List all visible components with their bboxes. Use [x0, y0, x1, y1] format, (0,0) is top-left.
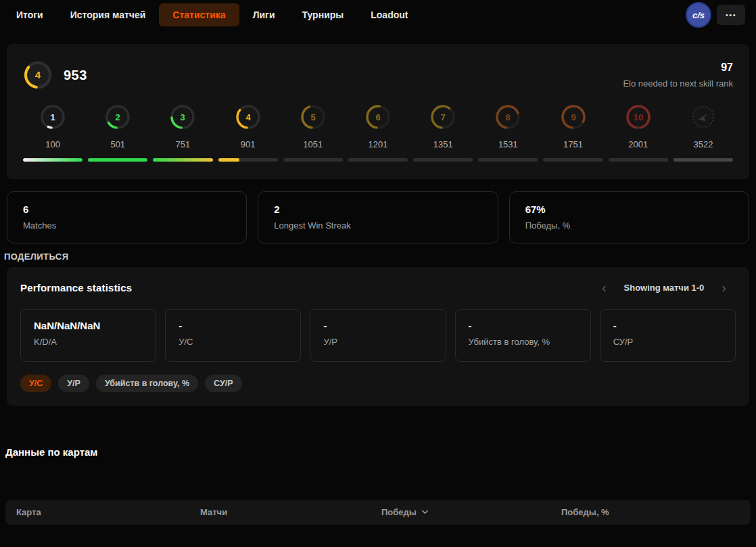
level-elo-threshold: 1531 — [498, 139, 518, 149]
level-elo-threshold: 1751 — [563, 139, 583, 149]
skill-level-2-icon: 2 — [104, 103, 131, 130]
level-elo-threshold: 2001 — [628, 139, 648, 149]
card-label: У/Р — [323, 337, 432, 347]
skill-level-col-7: 71351 — [413, 103, 473, 162]
ellipsis-icon: ••• — [726, 11, 736, 19]
skill-level-6-icon: 6 — [364, 103, 392, 130]
performance-title: Performance statistics — [20, 282, 132, 293]
stat-filter-chip-u-s[interactable]: У/С — [20, 375, 51, 392]
skill-level-4-icon: 4 — [235, 103, 262, 130]
card-value: NaN/NaN/NaN — [34, 320, 143, 331]
level-progress-track — [153, 158, 212, 162]
top-nav: ИтогиИстория матчейСтатистикаЛигиТурниры… — [0, 0, 756, 30]
performance-card-u-s: -У/С — [165, 309, 301, 362]
level-progress-track — [283, 158, 343, 162]
skill-level-col-6: 61201 — [348, 103, 408, 162]
skill-levels-row: 1100250137514901510516120171351815319175… — [23, 103, 733, 162]
skill-level-col-5: 51051 — [283, 103, 343, 162]
level-progress-fill — [23, 158, 82, 162]
elo-needed-value: 97 — [623, 62, 733, 74]
skill-level-col-11: 3522 — [674, 103, 733, 162]
column-label: Победы — [381, 507, 417, 517]
card-label: СУ/Р — [613, 337, 722, 347]
skill-level-7-icon: 7 — [429, 103, 456, 130]
skill-level-5-icon: 5 — [300, 103, 327, 130]
current-elo-value: 953 — [64, 68, 87, 83]
svg-text:8: 8 — [506, 112, 511, 122]
tab-loadout[interactable]: Loadout — [357, 3, 421, 26]
performance-card-su-r: -СУ/Р — [600, 309, 736, 362]
svg-text:7: 7 — [441, 112, 446, 122]
challenger-rank-icon — [690, 103, 717, 130]
card-value: - — [469, 320, 577, 331]
card-label: Matches — [23, 220, 231, 231]
level-progress-track — [543, 158, 603, 162]
more-options-button[interactable]: ••• — [717, 5, 745, 25]
summary-cards: 6Matches2Longest Win Streak67%Победы, % — [7, 191, 749, 243]
card-label: Победы, % — [525, 220, 733, 231]
next-page-button[interactable]: › — [722, 281, 726, 294]
card-value: - — [613, 320, 722, 331]
skill-level-col-8: 81531 — [478, 103, 538, 162]
share-button[interactable]: ПОДЕЛИТЬСЯ — [4, 252, 68, 262]
performance-panel: Performance statistics ‹ Showing матчи 1… — [7, 267, 749, 406]
tab-statistics[interactable]: Статистика — [159, 3, 239, 26]
chevron-left-icon: ‹ — [602, 280, 607, 295]
avatar[interactable]: c/s — [686, 2, 711, 28]
card-value: 67% — [525, 204, 733, 215]
skill-level-col-4: 4901 — [218, 103, 278, 162]
card-label: K/D/A — [34, 337, 143, 347]
tab-tournaments[interactable]: Турниры — [289, 3, 358, 26]
svg-text:2: 2 — [116, 112, 120, 122]
performance-cards: NaN/NaN/NaNK/D/A-У/С-У/Р-Убийств в голов… — [20, 309, 736, 362]
skill-level-9-icon: 9 — [560, 103, 587, 130]
tab-match-history[interactable]: История матчей — [57, 3, 160, 26]
skill-level-10-icon: 10 — [625, 103, 652, 130]
skill-level-col-9: 91751 — [543, 103, 603, 162]
svg-text:1: 1 — [50, 112, 55, 122]
svg-text:4: 4 — [245, 112, 251, 122]
performance-card-u-r: -У/Р — [310, 309, 446, 362]
current-skill-level-number: 4 — [35, 69, 41, 80]
column-header-matches[interactable]: Матчи — [200, 507, 381, 517]
stat-filter-chip-headshot-pct[interactable]: Убийств в голову, % — [96, 375, 198, 392]
elo-needed-label: Elo needed to next skill rank — [623, 78, 733, 89]
card-value: 2 — [274, 204, 481, 215]
elo-header: 4 953 97 Elo needed to next skill rank — [23, 60, 733, 90]
svg-text:5: 5 — [310, 112, 315, 122]
prev-page-button[interactable]: ‹ — [602, 281, 607, 294]
tab-leagues[interactable]: Лиги — [239, 3, 289, 26]
column-label: Матчи — [200, 507, 227, 517]
summary-card-win-rate: 67%Победы, % — [509, 191, 749, 243]
nav-tabs: ИтогиИстория матчейСтатистикаЛигиТурниры… — [3, 3, 421, 26]
tab-results[interactable]: Итоги — [3, 3, 57, 26]
card-label: У/С — [179, 337, 287, 347]
skill-level-3-icon: 3 — [169, 103, 196, 130]
maps-table-header: КартаМатчиПобедыПобеды, % — [5, 500, 751, 525]
chevron-right-icon: › — [722, 280, 726, 295]
column-header-map[interactable]: Карта — [16, 507, 200, 517]
elo-next-block: 97 Elo needed to next skill rank — [623, 62, 733, 89]
column-header-win-rate[interactable]: Победы, % — [561, 507, 740, 517]
level-elo-threshold: 1201 — [369, 139, 388, 149]
level-progress-track — [348, 158, 408, 162]
level-elo-threshold: 501 — [110, 139, 125, 149]
column-header-wins[interactable]: Победы — [381, 507, 561, 517]
stat-filter-chip-u-r[interactable]: У/Р — [58, 375, 89, 392]
level-elo-threshold: 901 — [241, 139, 256, 149]
svg-text:10: 10 — [633, 112, 642, 122]
stat-filter-chips: У/СУ/РУбийств в голову, %СУ/Р — [20, 375, 736, 392]
level-elo-threshold: 751 — [176, 139, 191, 149]
maps-section-title: Данные по картам — [5, 446, 756, 458]
level-elo-threshold: 100 — [45, 139, 60, 149]
column-label: Карта — [16, 507, 41, 517]
pager-label: Showing матчи 1-0 — [624, 283, 705, 293]
cs2-logo-icon: c/s — [692, 10, 705, 20]
stat-filter-chip-su-r[interactable]: СУ/Р — [205, 375, 241, 392]
level-progress-track — [478, 158, 538, 162]
level-progress-track — [218, 158, 278, 162]
level-progress-track — [609, 158, 668, 162]
summary-card-longest-win-streak: 2Longest Win Streak — [258, 191, 498, 243]
card-value: 6 — [23, 204, 231, 215]
level-elo-threshold: 3522 — [693, 139, 713, 149]
